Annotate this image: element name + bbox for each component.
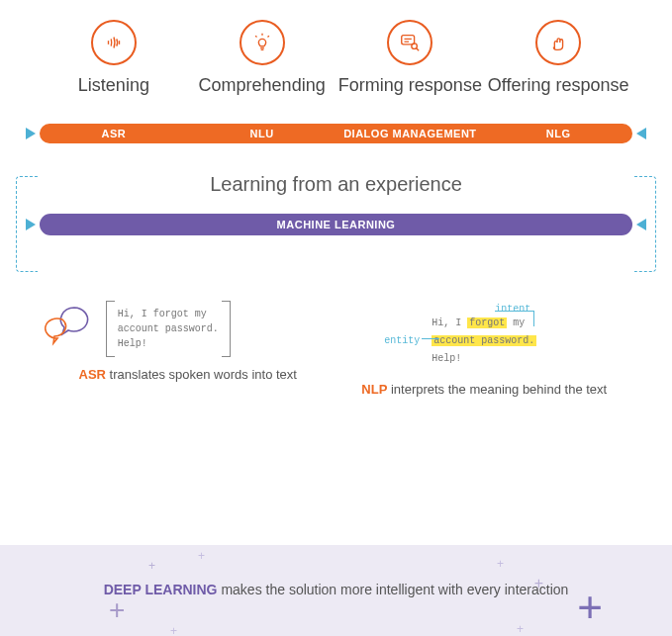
stage-listening: Listening — [40, 20, 188, 96]
stage-comprehending: Comprehending — [188, 20, 336, 96]
pipeline-item-nlg: NLG — [484, 128, 632, 139]
stages-row: Listening Comprehending Forming response… — [0, 0, 672, 106]
examples-row: Hi, I forgot my account password. Help! … — [0, 301, 672, 399]
pipeline-item-dialog: DIALOG MANAGEMENT — [336, 128, 485, 139]
arrow-right-icon — [636, 128, 646, 139]
nlp-caption: NLP interprets the meaning behind the te… — [340, 382, 627, 399]
speech-bubble-icon — [45, 306, 94, 353]
learning-text: Learning from an experience — [0, 173, 672, 196]
plus-icon: + — [517, 622, 524, 636]
pipeline-bar-wrap: ASR NLU DIALOG MANAGEMENT NLG — [40, 124, 632, 143]
plus-icon: + — [109, 594, 125, 626]
plus-icon: + — [534, 575, 543, 592]
asr-line: Help! — [118, 336, 219, 351]
plus-icon: + — [577, 583, 603, 632]
sound-icon — [91, 20, 137, 65]
entity-connector-line — [422, 338, 439, 339]
banner-text: DEEP LEARNING makes the solution more in… — [40, 581, 632, 600]
asr-sample-text: Hi, I forgot my account password. Help! — [106, 301, 231, 357]
stage-label: Offering response — [484, 75, 632, 96]
nlp-entity-highlight: account password. — [432, 335, 536, 346]
nlp-l1-prefix: Hi, I — [432, 318, 467, 328]
arrow-left-icon — [26, 128, 36, 139]
plus-icon: + — [198, 549, 205, 563]
plus-icon: + — [170, 624, 177, 636]
asr-line: account password. — [118, 321, 219, 336]
nlp-caption-bold: NLP — [361, 382, 387, 397]
stage-label: Listening — [40, 75, 188, 96]
entity-label: entity — [384, 332, 420, 350]
arrow-left-icon — [26, 219, 36, 230]
intent-connector-line — [495, 311, 534, 326]
plus-icon: + — [148, 559, 155, 573]
pipeline-bar: ASR NLU DIALOG MANAGEMENT NLG — [40, 124, 632, 143]
asr-line: Hi, I forgot my — [118, 307, 219, 321]
plus-icon: + — [497, 557, 504, 571]
deep-learning-banner: DEEP LEARNING makes the solution more in… — [0, 545, 672, 636]
example-nlp: intent entity Hi, I forgot my account pa… — [340, 301, 627, 399]
example-asr: Hi, I forgot my account password. Help! … — [45, 301, 332, 399]
banner-rest: makes the solution more intelligent with… — [218, 582, 569, 597]
machine-learning-bar-wrap: MACHINE LEARNING — [40, 214, 632, 235]
nlp-caption-rest: interprets the meaning behind the text — [387, 382, 607, 397]
stage-label: Comprehending — [188, 75, 336, 96]
arrow-right-icon — [636, 219, 646, 230]
lightbulb-icon — [240, 20, 285, 65]
nlp-line2: account password. — [432, 332, 536, 350]
asr-caption: ASR translates spoken words into text — [45, 367, 332, 384]
svg-rect-0 — [402, 36, 415, 45]
asr-caption-bold: ASR — [79, 367, 106, 382]
pipeline-item-asr: ASR — [40, 128, 188, 139]
pipeline-item-nlu: NLU — [188, 128, 336, 139]
dialog-search-icon — [387, 20, 432, 65]
nlp-sample-text: intent entity Hi, I forgot my account pa… — [432, 315, 536, 372]
nlp-line3: Help! — [432, 350, 536, 368]
asr-caption-rest: translates spoken words into text — [106, 367, 297, 382]
stage-label: Forming response — [336, 75, 485, 96]
stage-offering: Offering response — [484, 20, 632, 96]
machine-learning-bar: MACHINE LEARNING — [40, 214, 632, 235]
hand-icon — [535, 20, 581, 65]
stage-forming: Forming response — [336, 20, 485, 96]
